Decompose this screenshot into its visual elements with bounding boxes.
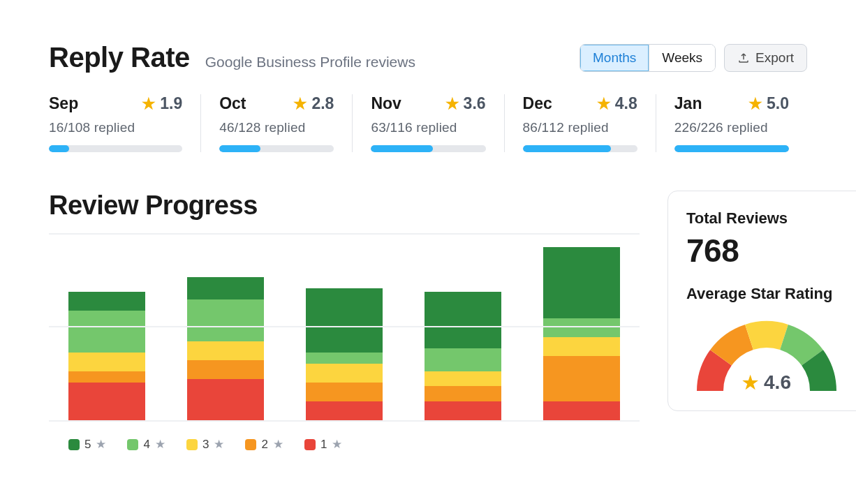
month-cell-oct: Oct ★ 2.8 46/128 replied — [200, 94, 352, 152]
summary-card: Total Reviews 768 Average Star Rating ★ … — [667, 191, 856, 411]
star-icon: ★ — [214, 437, 224, 452]
export-button[interactable]: Export — [724, 44, 807, 72]
avg-rating-label: Average Star Rating — [686, 285, 847, 303]
month-name: Oct — [219, 94, 246, 113]
export-label: Export — [755, 50, 794, 66]
bar-jan — [543, 247, 620, 420]
total-reviews-value: 768 — [686, 232, 847, 269]
avg-rating-value-wrap: ★ 4.6 — [686, 371, 847, 394]
reply-progress — [674, 145, 789, 152]
reply-progress — [219, 145, 334, 152]
review-progress-chart — [49, 233, 640, 422]
legend-5: 5★ — [68, 437, 106, 452]
star-icon: ★ — [273, 437, 283, 452]
star-icon: ★ — [293, 95, 307, 113]
bar-sep — [68, 292, 145, 420]
title-wrap: Reply Rate Google Business Profile revie… — [49, 42, 415, 73]
month-name: Nov — [371, 94, 401, 113]
legend-4: 4★ — [127, 437, 165, 452]
legend-1: 1★ — [304, 437, 342, 452]
bar-oct — [187, 277, 264, 420]
bar-dec — [425, 292, 501, 420]
legend-2: 2★ — [245, 437, 283, 452]
month-rating: ★ 5.0 — [748, 94, 789, 113]
progress-column: Review Progress 5★ 4★ 3★ 2★ 1★ — [49, 191, 640, 452]
period-toggle: Months Weeks — [580, 44, 716, 72]
star-icon: ★ — [445, 95, 459, 113]
reply-progress — [371, 145, 485, 152]
avg-rating-value: 4.6 — [764, 371, 791, 394]
star-icon: ★ — [332, 437, 342, 452]
rating-gauge: ★ 4.6 — [686, 307, 847, 398]
month-cell-nov: Nov ★ 3.6 63/116 replied — [352, 94, 503, 152]
star-icon: ★ — [748, 95, 762, 113]
star-icon: ★ — [96, 437, 106, 452]
reply-progress — [49, 145, 182, 152]
page-subtitle: Google Business Profile reviews — [205, 54, 415, 71]
chart-legend: 5★ 4★ 3★ 2★ 1★ — [49, 437, 640, 452]
rating-value: 3.6 — [464, 94, 486, 113]
replied-text: 63/116 replied — [371, 120, 485, 135]
page-title: Reply Rate — [49, 42, 190, 73]
legend-3: 3★ — [186, 437, 224, 452]
rating-value: 1.9 — [160, 94, 182, 113]
replied-text: 86/112 replied — [523, 120, 637, 135]
month-cell-jan: Jan ★ 5.0 226/226 replied — [656, 94, 807, 152]
month-cell-sep: Sep ★ 1.9 16/108 replied — [49, 94, 200, 152]
replied-text: 226/226 replied — [674, 120, 789, 135]
star-icon: ★ — [742, 372, 758, 394]
month-rating: ★ 2.8 — [293, 94, 334, 113]
bar-nov — [306, 288, 383, 420]
month-name: Dec — [523, 94, 552, 113]
month-rating: ★ 1.9 — [142, 94, 182, 113]
month-name: Jan — [674, 94, 702, 113]
month-name: Sep — [49, 94, 78, 113]
rating-value: 5.0 — [767, 94, 789, 113]
toggle-weeks[interactable]: Weeks — [649, 45, 715, 71]
reply-progress — [523, 145, 637, 152]
rating-value: 4.8 — [615, 94, 637, 113]
bottom-row: Review Progress 5★ 4★ 3★ 2★ 1★ Total Rev… — [49, 191, 807, 452]
export-icon — [737, 52, 750, 64]
month-cell-dec: Dec ★ 4.8 86/112 replied — [504, 94, 656, 152]
total-reviews-label: Total Reviews — [686, 209, 847, 228]
months-row: Sep ★ 1.9 16/108 replied Oct ★ 2.8 46/12… — [49, 94, 807, 152]
header: Reply Rate Google Business Profile revie… — [49, 42, 807, 73]
month-rating: ★ 4.8 — [597, 94, 637, 113]
replied-text: 46/128 replied — [219, 120, 334, 135]
star-icon: ★ — [155, 437, 165, 452]
progress-title: Review Progress — [49, 191, 640, 221]
header-controls: Months Weeks Export — [580, 44, 807, 72]
star-icon: ★ — [597, 95, 611, 113]
month-rating: ★ 3.6 — [445, 94, 486, 113]
star-icon: ★ — [142, 95, 156, 113]
toggle-months[interactable]: Months — [580, 45, 649, 71]
replied-text: 16/108 replied — [49, 120, 182, 135]
rating-value: 2.8 — [311, 94, 334, 113]
